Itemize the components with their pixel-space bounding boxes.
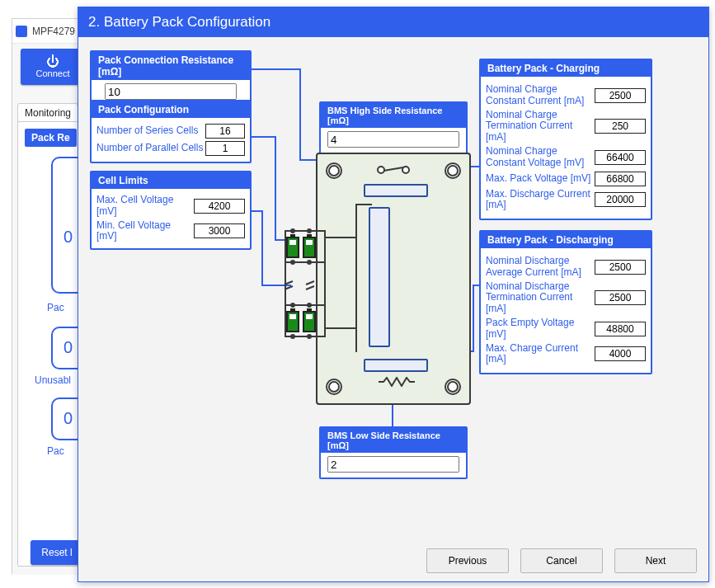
min-cell-voltage-input[interactable] (194, 223, 245, 238)
screw-icon (326, 379, 342, 395)
pack-re-header: Pack Re (25, 129, 77, 147)
nom-charge-current-input[interactable] (595, 88, 646, 103)
bms-high-header: BMS High Side Resistance [mΩ] (321, 103, 466, 128)
bg-value-3: 0 (64, 409, 73, 428)
connector-line (252, 68, 301, 70)
battery-cell-icon (303, 311, 316, 332)
bg-label-unusabl: Unusabl (35, 374, 71, 386)
connector-line (299, 68, 301, 159)
pack-empty-voltage-label: Pack Empty Voltage [mV] (486, 318, 595, 341)
pack-configuration-group: Pack Configuration Number of Series Cell… (90, 100, 252, 163)
connector-line (275, 136, 276, 239)
pack-diagram (316, 153, 471, 405)
discharging-header: Battery Pack - Discharging (481, 232, 651, 248)
dialog-footer: Previous Cancel Next (426, 548, 697, 573)
cell-limits-header: Cell Limits (92, 172, 250, 189)
nom-charge-term-input[interactable] (595, 119, 646, 134)
bms-high-input[interactable] (327, 131, 459, 148)
pack-config-header: Pack Configuration (92, 101, 250, 118)
nom-discharge-avg-input[interactable] (595, 260, 646, 275)
parallel-cells-input[interactable] (205, 141, 245, 156)
parent-title: MPF4279 (32, 26, 75, 37)
discharging-group: Battery Pack - Discharging Nominal Disch… (479, 230, 652, 374)
screw-icon (326, 162, 342, 179)
min-cell-voltage-label: Min. Cell Voltage [mV] (96, 220, 194, 243)
max-cell-voltage-label: Max. Cell Voltage [mV] (96, 195, 194, 218)
bg-label-pac2: Pac (47, 445, 64, 457)
switch-icon (379, 166, 408, 174)
app-logo-icon (16, 26, 27, 37)
connector-line (473, 285, 474, 352)
charging-group: Battery Pack - Charging Nominal Charge C… (479, 59, 652, 220)
bms-low-input[interactable] (327, 456, 459, 473)
max-pack-voltage-input[interactable] (595, 172, 646, 186)
next-button[interactable]: Next (614, 548, 697, 573)
bms-low-header: BMS Low Side Resistance [mΩ] (321, 428, 466, 453)
connect-button[interactable]: ⏻ Connect (21, 49, 85, 85)
nom-charge-voltage-input[interactable] (595, 150, 646, 165)
nom-charge-current-label: Nominal Charge Constant Current [mA] (486, 84, 595, 107)
screw-icon (445, 379, 461, 395)
monitoring-tab[interactable]: Monitoring (17, 103, 78, 123)
pack-conn-res-input[interactable] (105, 83, 237, 100)
bms-high-side-group: BMS High Side Resistance [mΩ] (319, 101, 468, 154)
connect-label: Connect (36, 68, 70, 78)
bms-chip-icon (369, 207, 390, 347)
max-discharge-current-label: Max. Discharge Current [mA] (486, 189, 595, 212)
reset-button[interactable]: Reset l (31, 540, 83, 565)
series-cells-input[interactable] (205, 124, 245, 139)
nom-discharge-avg-label: Nominal Discharge Average Current [mA] (486, 256, 595, 279)
nom-charge-term-label: Nominal Charge Termination Current [mA] (486, 110, 595, 143)
parallel-cells-label: Number of Parallel Cells (96, 143, 205, 154)
bg-label-pac1: Pac (47, 302, 64, 313)
max-discharge-current-input[interactable] (595, 192, 646, 207)
bms-low-side-group: BMS Low Side Resistance [mΩ] (319, 426, 468, 479)
screw-icon (445, 162, 461, 179)
connector-line (261, 210, 263, 285)
pack-conn-res-header: Pack Connection Resistance [mΩ] (92, 52, 250, 80)
bg-value-2: 0 (64, 338, 73, 357)
previous-button[interactable]: Previous (426, 548, 509, 573)
dialog-title: 2. Battery Pack Configuration (78, 7, 708, 37)
charging-header: Battery Pack - Charging (481, 60, 651, 77)
resistor-icon (379, 377, 415, 387)
bg-value-1: 0 (64, 228, 73, 247)
nom-charge-voltage-label: Nominal Charge Constant Voltage [mV] (486, 146, 595, 169)
component-icon (364, 359, 428, 372)
pack-empty-voltage-input[interactable] (595, 322, 646, 336)
dialog-body: Pack Connection Resistance [mΩ] Pack Con… (78, 37, 708, 581)
max-cell-voltage-input[interactable] (194, 199, 245, 214)
component-icon (364, 184, 428, 197)
ellipsis-break-icon (281, 280, 331, 299)
connector-line (252, 136, 276, 138)
max-charge-current-label: Max. Charge Current [mA] (486, 343, 595, 366)
max-pack-voltage-label: Max. Pack Voltage [mV] (486, 173, 595, 185)
series-cells-label: Number of Series Cells (96, 125, 205, 137)
nom-discharge-term-input[interactable] (595, 290, 646, 305)
pack-connection-resistance-group: Pack Connection Resistance [mΩ] (90, 50, 252, 106)
battery-cell-icon (286, 237, 299, 258)
max-charge-current-input[interactable] (595, 346, 646, 361)
power-icon: ⏻ (46, 55, 59, 68)
battery-cell-icon (303, 237, 316, 258)
battery-cell-icon (286, 311, 299, 332)
battery-config-dialog: 2. Battery Pack Configuration Pack Conne… (78, 7, 709, 582)
cell-limits-group: Cell Limits Max. Cell Voltage [mV] Min. … (90, 171, 252, 250)
nom-discharge-term-label: Nominal Discharge Termination Current [m… (486, 281, 595, 315)
cancel-button[interactable]: Cancel (520, 548, 603, 573)
